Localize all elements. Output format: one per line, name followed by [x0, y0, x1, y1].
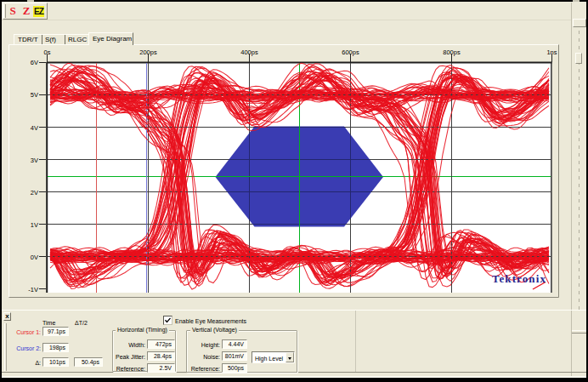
- svg-text:Tektronix: Tektronix: [492, 272, 546, 285]
- svg-text:0s: 0s: [44, 48, 51, 56]
- svg-text:6V: 6V: [31, 59, 38, 66]
- svg-text:800ps: 800ps: [443, 48, 461, 56]
- svg-text:1ns: 1ns: [546, 48, 557, 56]
- svg-text:600ps: 600ps: [342, 48, 359, 56]
- svg-text:0V: 0V: [31, 254, 38, 261]
- svg-text:400ps: 400ps: [240, 48, 258, 56]
- svg-text:200ps: 200ps: [139, 48, 157, 56]
- svg-text:2V: 2V: [31, 189, 38, 197]
- svg-text:5V: 5V: [31, 91, 38, 99]
- svg-text:3V: 3V: [31, 157, 38, 164]
- svg-text:4V: 4V: [31, 124, 38, 132]
- svg-text:1V: 1V: [31, 221, 38, 229]
- svg-text:-1V: -1V: [28, 286, 38, 294]
